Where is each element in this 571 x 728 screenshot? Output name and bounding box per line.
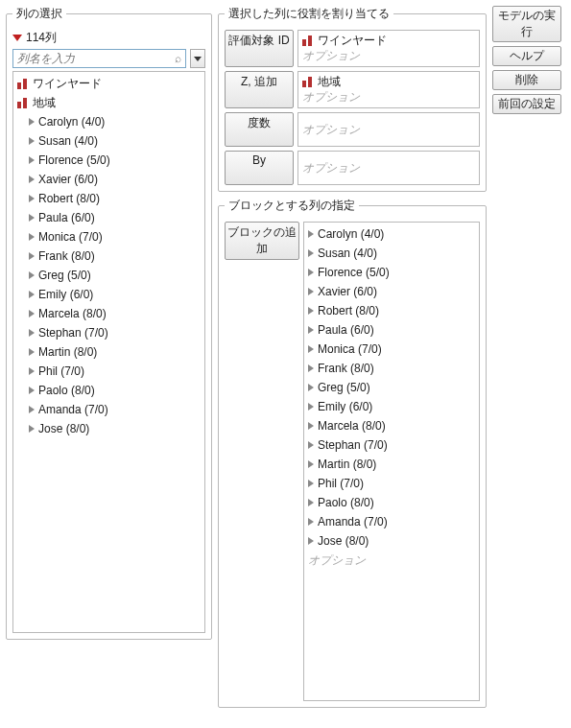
- column-list-item[interactable]: Paolo (8/0): [15, 381, 202, 400]
- role-dropzone[interactable]: オプション: [297, 151, 480, 185]
- block-list-item[interactable]: Stephan (7/0): [306, 435, 477, 455]
- column-list-item[interactable]: Carolyn (4/0): [15, 112, 202, 131]
- expand-icon: [29, 387, 35, 394]
- run-model-button[interactable]: モデルの実行: [492, 6, 561, 42]
- column-list-item[interactable]: Paula (6/0): [15, 208, 202, 227]
- expand-icon: [308, 403, 314, 411]
- expand-icon: [308, 307, 314, 315]
- role-button[interactable]: Z, 追加: [225, 71, 294, 108]
- delete-button[interactable]: 削除: [492, 70, 561, 90]
- column-list-item[interactable]: Emily (6/0): [15, 285, 202, 304]
- prev-settings-button[interactable]: 前回の設定: [492, 94, 561, 114]
- expand-icon: [29, 195, 35, 202]
- column-list-item[interactable]: ワインヤード: [15, 74, 202, 93]
- expand-icon: [29, 214, 35, 222]
- block-list-item[interactable]: Phil (7/0): [306, 474, 477, 493]
- block-label: Frank (8/0): [318, 362, 374, 375]
- column-list-item[interactable]: Martin (8/0): [15, 342, 202, 362]
- role-button[interactable]: 評価対象 ID: [225, 30, 294, 67]
- roles-legend: 選択した列に役割を割り当てる: [225, 6, 393, 22]
- column-list-item[interactable]: Jose (8/0): [15, 419, 202, 438]
- block-list-item[interactable]: Martin (8/0): [306, 455, 477, 474]
- expand-icon: [308, 384, 314, 391]
- column-label: Paula (6/0): [38, 211, 95, 224]
- dropdown-icon[interactable]: [12, 35, 22, 41]
- block-list[interactable]: Carolyn (4/0)Susan (4/0)Florence (5/0)Xa…: [303, 222, 480, 701]
- role-button[interactable]: By: [225, 151, 294, 185]
- column-label: 地域: [33, 95, 56, 111]
- column-label: Stephan (7/0): [38, 326, 108, 340]
- column-list-item[interactable]: Amanda (7/0): [15, 400, 202, 419]
- role-value: ワインヤード: [318, 33, 387, 49]
- block-list-item[interactable]: Monica (7/0): [306, 340, 477, 359]
- option-placeholder: オプション: [308, 552, 366, 569]
- expand-icon: [308, 269, 314, 276]
- column-list-item[interactable]: Phil (7/0): [15, 362, 202, 381]
- expand-icon: [29, 406, 35, 413]
- expand-icon: [29, 156, 35, 164]
- block-list-item[interactable]: Xavier (6/0): [306, 282, 477, 301]
- nominal-icon: [302, 77, 314, 87]
- expand-icon: [308, 364, 314, 372]
- column-list-item[interactable]: Monica (7/0): [15, 227, 202, 247]
- block-label: Stephan (7/0): [318, 438, 388, 452]
- block-list-item[interactable]: Susan (4/0): [306, 244, 477, 263]
- role-dropzone[interactable]: 地域オプション: [297, 71, 480, 108]
- block-list-item[interactable]: Paula (6/0): [306, 320, 477, 340]
- column-label: Jose (8/0): [38, 422, 89, 435]
- column-label: Susan (4/0): [38, 134, 98, 148]
- block-list-item[interactable]: Emily (6/0): [306, 397, 477, 416]
- role-dropzone[interactable]: ワインヤードオプション: [297, 30, 480, 67]
- expand-icon: [308, 422, 314, 430]
- block-label: Marcela (8/0): [318, 419, 386, 433]
- help-button[interactable]: ヘルプ: [492, 46, 561, 66]
- block-list-item[interactable]: Paolo (8/0): [306, 493, 477, 512]
- column-list-item[interactable]: Marcela (8/0): [15, 304, 202, 323]
- search-icon: ⌕: [173, 52, 183, 65]
- expand-icon: [308, 288, 314, 295]
- block-list-item[interactable]: Jose (8/0): [306, 531, 477, 551]
- column-list-item[interactable]: Stephan (7/0): [15, 323, 202, 342]
- block-list-item[interactable]: Marcela (8/0): [306, 416, 477, 435]
- block-list-item[interactable]: Robert (8/0): [306, 301, 477, 320]
- block-list-item[interactable]: Greg (5/0): [306, 378, 477, 397]
- column-list-item[interactable]: Greg (5/0): [15, 266, 202, 285]
- column-list-item[interactable]: Robert (8/0): [15, 189, 202, 208]
- nominal-icon: [17, 79, 29, 89]
- block-label: Monica (7/0): [318, 342, 382, 356]
- search-input[interactable]: [15, 51, 173, 66]
- roles-panel: 選択した列に役割を割り当てる 評価対象 IDワインヤードオプションZ, 追加地域…: [218, 6, 487, 192]
- add-block-button[interactable]: ブロックの追加: [225, 222, 299, 260]
- column-list-item[interactable]: 地域: [15, 93, 202, 112]
- block-label: Florence (5/0): [318, 266, 390, 279]
- search-dropdown-button[interactable]: [190, 49, 205, 68]
- search-input-wrap[interactable]: ⌕: [12, 49, 186, 68]
- expand-icon: [308, 499, 314, 506]
- block-label: Amanda (7/0): [318, 515, 388, 528]
- block-label: Paolo (8/0): [318, 496, 374, 509]
- expand-icon: [308, 326, 314, 334]
- column-list-item[interactable]: Frank (8/0): [15, 247, 202, 266]
- column-label: Emily (6/0): [38, 288, 93, 301]
- block-list-item[interactable]: Carolyn (4/0): [306, 224, 477, 244]
- block-label: Emily (6/0): [318, 400, 372, 413]
- column-list[interactable]: ワインヤード地域Carolyn (4/0)Susan (4/0)Florence…: [12, 71, 205, 633]
- block-list-item[interactable]: Frank (8/0): [306, 359, 477, 378]
- role-button[interactable]: 度数: [225, 112, 294, 147]
- role-dropzone[interactable]: オプション: [297, 112, 480, 147]
- block-label: Carolyn (4/0): [318, 227, 384, 241]
- block-label: Martin (8/0): [318, 458, 376, 471]
- block-list-item[interactable]: Amanda (7/0): [306, 512, 477, 531]
- expand-icon: [29, 425, 35, 433]
- column-label: Amanda (7/0): [38, 403, 108, 416]
- option-placeholder: オプション: [302, 89, 475, 106]
- nominal-icon: [17, 98, 29, 108]
- column-label: Greg (5/0): [38, 269, 91, 282]
- column-count-label: 114列: [26, 30, 57, 46]
- block-label: Paula (6/0): [318, 323, 374, 337]
- column-list-item[interactable]: Xavier (6/0): [15, 170, 202, 189]
- column-list-item[interactable]: Susan (4/0): [15, 131, 202, 151]
- block-list-item[interactable]: Florence (5/0): [306, 263, 477, 282]
- column-list-item[interactable]: Florence (5/0): [15, 151, 202, 170]
- expand-icon: [29, 252, 35, 260]
